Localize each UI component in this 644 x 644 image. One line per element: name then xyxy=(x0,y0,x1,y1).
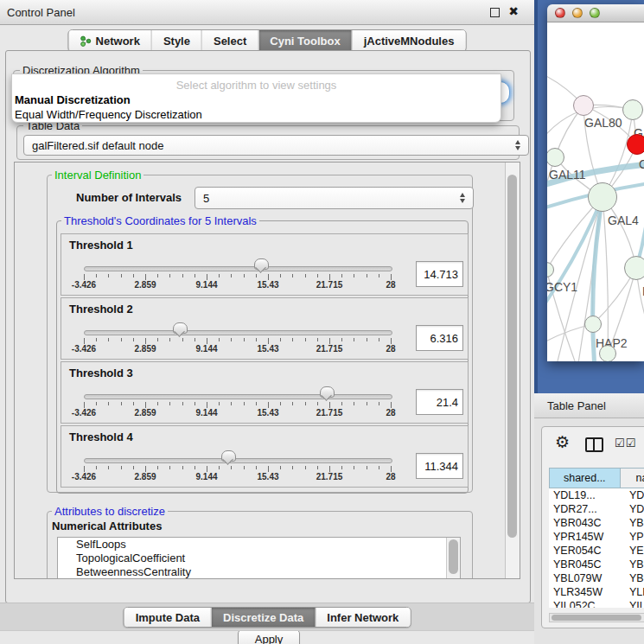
axis-tick xyxy=(317,466,318,469)
axis-tick xyxy=(367,338,367,341)
numerical-attributes-list[interactable]: SelfLoopsTopologicalCoefficientBetweenne… xyxy=(57,537,461,579)
scrollbar-thumb[interactable] xyxy=(507,175,517,538)
table-cell[interactable]: YBR0 xyxy=(621,558,644,571)
list-item[interactable]: TopologicalCoefficient xyxy=(58,552,460,565)
column-header-shared-name[interactable]: shared... xyxy=(550,469,621,488)
cyni-toolbox-panel: Discretization Algorithm Table Data galF… xyxy=(5,50,531,603)
close-traffic-light-icon[interactable] xyxy=(555,8,565,18)
table-cell[interactable]: YBR043C xyxy=(549,516,621,530)
slider-thumb[interactable] xyxy=(254,258,269,270)
table-row[interactable]: YPR145WYPR1 xyxy=(549,530,644,544)
network-node-gal80[interactable] xyxy=(573,95,594,116)
table-cell[interactable]: YDR2 xyxy=(621,502,644,516)
axis-tick xyxy=(244,466,245,469)
table-horizontal-scrollbar[interactable] xyxy=(549,613,644,622)
tab-infer-network[interactable]: Infer Network xyxy=(315,608,410,627)
axis-tick-label: 9.144 xyxy=(188,344,226,354)
float-window-icon[interactable] xyxy=(490,8,500,17)
scrollbar-thumb[interactable] xyxy=(552,615,641,621)
axis-tick xyxy=(280,274,281,277)
threshold-value-field[interactable]: 6.316 xyxy=(416,325,463,351)
slider-thumb[interactable] xyxy=(173,322,188,334)
tab-network[interactable]: Network xyxy=(69,30,151,51)
table-cell[interactable]: YBL0 xyxy=(621,571,644,585)
slider-track[interactable] xyxy=(84,458,392,463)
list-item[interactable]: SelfLoops xyxy=(58,538,460,552)
threshold-value-field[interactable]: 14.713 xyxy=(416,261,463,287)
settings-vertical-scrollbar[interactable] xyxy=(505,163,520,578)
axis-tick xyxy=(317,274,318,277)
network-node-h[interactable] xyxy=(624,256,644,280)
dropdown-option-manual[interactable]: Manual Discretization xyxy=(15,93,131,106)
table-cell[interactable]: YIL0 xyxy=(621,599,644,608)
tab-cyni-toolbox[interactable]: Cyni Toolbox xyxy=(258,30,351,51)
threshold-value-field[interactable]: 11.344 xyxy=(416,453,463,479)
table-cell[interactable]: YER054C xyxy=(549,544,621,558)
network-node[interactable] xyxy=(599,345,616,361)
table-row[interactable]: YLR345WYLR3 xyxy=(549,585,644,599)
network-canvas[interactable]: GAL80GACGAL11GAL4GCY1HHAP2 xyxy=(547,22,644,361)
table-cell[interactable]: YIL052C xyxy=(549,599,621,608)
slider-track[interactable] xyxy=(84,394,392,399)
tab-impute-data[interactable]: Impute Data xyxy=(124,608,211,627)
axis-tick-label: 21.715 xyxy=(310,472,348,481)
table-data-combobox[interactable]: galFiltered.sif default node xyxy=(23,135,529,156)
axis-tick xyxy=(121,274,122,277)
table-cell[interactable]: YPR145W xyxy=(549,530,621,544)
table-cell[interactable]: YLR3 xyxy=(621,585,644,599)
number-of-intervals-combobox[interactable]: 5 xyxy=(194,187,474,209)
slider-track[interactable] xyxy=(84,266,392,271)
table-panel: Table Panel ⚙ ☑☑ shared...naYDL19...YDL1… xyxy=(534,393,644,644)
network-node-c[interactable] xyxy=(627,134,644,155)
close-icon[interactable]: ✖ xyxy=(508,4,519,18)
table-row[interactable]: YBL079WYBL0 xyxy=(549,571,644,585)
tab-style[interactable]: Style xyxy=(151,30,201,51)
dropdown-option-equal-width[interactable]: Equal Width/Frequency Discretization xyxy=(15,108,202,121)
axis-tick xyxy=(108,274,109,277)
table-cell[interactable]: YER0 xyxy=(621,544,644,558)
table-cell[interactable]: YBL079W xyxy=(549,571,621,585)
apply-button[interactable]: Apply xyxy=(238,629,300,644)
minimize-traffic-light-icon[interactable] xyxy=(572,8,583,18)
slider-track[interactable] xyxy=(84,330,392,335)
table-row[interactable]: YIL052CYIL0 xyxy=(549,599,644,608)
network-node-hap2[interactable] xyxy=(584,316,602,333)
checkbox-icons[interactable]: ☑☑ xyxy=(615,437,636,450)
column-split-icon[interactable] xyxy=(585,437,603,452)
table-cell[interactable]: YPR1 xyxy=(621,530,644,544)
axis-tick xyxy=(96,274,97,277)
slider-thumb[interactable] xyxy=(221,450,236,462)
table-cell[interactable]: YBR045C xyxy=(549,558,621,571)
column-header-name[interactable]: na xyxy=(621,469,644,488)
tab-select[interactable]: Select xyxy=(201,30,258,51)
gear-icon[interactable]: ⚙ xyxy=(555,434,570,450)
table-row[interactable]: YBR043CYBR0 xyxy=(549,516,644,530)
attributes-group-title: Attributes to discretize xyxy=(52,505,168,518)
table-row[interactable]: YDL19...YDL1 xyxy=(549,488,644,502)
axis-tick xyxy=(133,466,134,469)
list-scrollbar[interactable] xyxy=(446,538,460,579)
numerical-attributes-label: Numerical Attributes xyxy=(52,520,162,532)
network-node-gal4[interactable] xyxy=(588,182,617,212)
table-row[interactable]: YER054CYER0 xyxy=(549,544,644,558)
table-row[interactable]: YDR27...YDR2 xyxy=(549,502,644,516)
axis-tick xyxy=(182,402,183,405)
tab-jactivemnodules[interactable]: jActiveMNodules xyxy=(352,30,466,51)
threshold-value-field[interactable]: 21.4 xyxy=(416,389,463,415)
table-cell[interactable]: YDR27... xyxy=(549,502,621,516)
table-row[interactable]: YBR045CYBR0 xyxy=(549,558,644,571)
table-cell[interactable]: YDL1 xyxy=(621,488,644,502)
axis-tick xyxy=(182,274,183,277)
slider-thumb[interactable] xyxy=(320,386,335,398)
zoom-traffic-light-icon[interactable] xyxy=(590,8,600,18)
list-item[interactable]: BetweennessCentrality xyxy=(58,565,460,579)
table-cell[interactable]: YBR0 xyxy=(621,516,644,530)
table-cell[interactable]: YDL19... xyxy=(549,488,621,502)
table-cell[interactable]: YLR345W xyxy=(549,585,621,599)
axis-tick xyxy=(108,338,109,341)
table-panel-title: Table Panel xyxy=(547,399,606,412)
network-node-ga[interactable] xyxy=(622,99,643,120)
network-icon xyxy=(80,35,92,47)
table-data-combobox-value: galFiltered.sif default node xyxy=(32,139,163,152)
tab-discretize-data[interactable]: Discretize Data xyxy=(211,608,315,627)
